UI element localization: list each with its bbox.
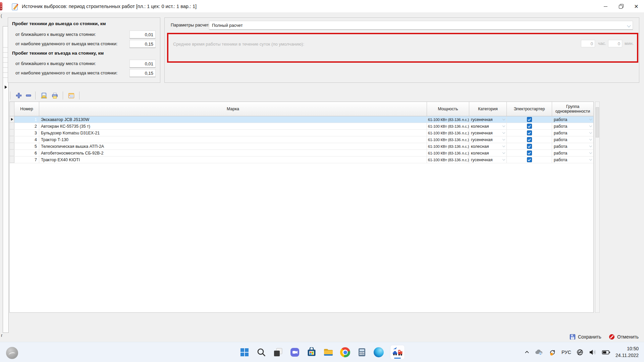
- cell-category-dropdown[interactable]: колесная: [469, 143, 507, 149]
- cell-starter-checkbox[interactable]: [507, 123, 552, 129]
- cell-group-dropdown[interactable]: работа: [552, 157, 593, 163]
- cell-starter-checkbox[interactable]: [507, 130, 552, 136]
- store-button[interactable]: [306, 347, 317, 358]
- cell-category-dropdown[interactable]: гусенечная: [469, 116, 507, 123]
- cell-brand[interactable]: Автобетоносмеситель СБ-92В-2: [39, 150, 427, 156]
- cell-power[interactable]: 61-100 КВт (83-136 л.с.): [427, 116, 469, 123]
- print-button[interactable]: [50, 91, 59, 100]
- header-power[interactable]: Мощность: [427, 102, 469, 116]
- chevron-down-icon: [589, 138, 592, 140]
- save-button[interactable]: Сохранить: [570, 333, 601, 341]
- sync-pending-icon[interactable]: [548, 349, 556, 356]
- checkbox-checked-icon[interactable]: [527, 137, 532, 142]
- table-row[interactable]: 2Автокран КС-55735 (35 т)61-100 КВт (83-…: [10, 123, 593, 130]
- language-indicator[interactable]: РУС: [561, 350, 571, 355]
- cancel-button[interactable]: Отменить: [609, 333, 639, 341]
- cell-power[interactable]: 61-100 КВт (83-136 л.с.): [427, 130, 469, 136]
- header-category[interactable]: Категория: [469, 102, 507, 116]
- add-row-button[interactable]: [14, 91, 23, 100]
- table-row[interactable]: 7Трактор EX40 KIOTI61-100 КВт (83-136 л.…: [10, 157, 593, 163]
- cell-category-dropdown[interactable]: гусенечная: [469, 157, 507, 163]
- edge-button[interactable]: [373, 347, 384, 358]
- table-row[interactable]: 3Бульдозер Komatsu D31EX-2161-100 КВт (8…: [10, 130, 593, 136]
- table-row[interactable]: 5Телескопическая вышка АТП-2А61-100 КВт …: [10, 143, 593, 150]
- cell-category-dropdown[interactable]: колесная: [469, 123, 507, 129]
- cell-brand[interactable]: Трактор Т-130: [39, 136, 427, 143]
- cell-brand[interactable]: Автокран КС-55735 (35 т): [39, 123, 427, 129]
- cell-group-dropdown[interactable]: работа: [552, 136, 593, 143]
- cell-starter-checkbox[interactable]: [507, 157, 552, 163]
- header-number[interactable]: Номер: [14, 102, 39, 116]
- checkbox-checked-icon[interactable]: [527, 144, 532, 149]
- header-group[interactable]: Группа одновременности: [552, 102, 593, 116]
- cell-category-dropdown[interactable]: колесная: [469, 150, 507, 156]
- onedrive-cloud-icon[interactable]: [535, 349, 543, 356]
- cell-power[interactable]: 61-100 КВт (83-136 л.с.): [427, 123, 469, 129]
- cell-starter-checkbox[interactable]: [507, 150, 552, 156]
- cell-brand[interactable]: Трактор EX40 KIOTI: [39, 157, 427, 163]
- cell-power[interactable]: 61-100 КВт (83-136 л.с.): [427, 136, 469, 143]
- mileage-out-near-field[interactable]: 0,01: [129, 31, 156, 39]
- table-vertical-scrollbar[interactable]: [595, 102, 600, 313]
- cell-brand[interactable]: Бульдозер Komatsu D31EX-21: [39, 130, 427, 136]
- checkbox-checked-icon[interactable]: [527, 124, 532, 129]
- cell-group-dropdown[interactable]: работа: [552, 143, 593, 149]
- chevron-down-icon: [627, 23, 631, 27]
- clock-time: 10:50: [615, 346, 639, 352]
- cell-group-dropdown[interactable]: работа: [552, 123, 593, 129]
- chat-button[interactable]: [289, 347, 300, 358]
- start-button[interactable]: [239, 347, 250, 358]
- taskbar-corner-app-icon[interactable]: [6, 347, 18, 359]
- header-brand[interactable]: Марка: [39, 102, 427, 116]
- table-row[interactable]: 4Трактор Т-13061-100 КВт (83-136 л.с.)гу…: [10, 136, 593, 143]
- cell-group-dropdown[interactable]: работа: [552, 150, 593, 156]
- checkbox-checked-icon[interactable]: [527, 157, 532, 162]
- checkbox-checked-icon[interactable]: [527, 130, 532, 135]
- calc-params-panel: Параметры расчета: Полный расчет Среднее…: [164, 17, 639, 83]
- scrollbar-thumb[interactable]: [596, 107, 599, 137]
- network-globe-icon[interactable]: [576, 349, 584, 356]
- cell-group-dropdown[interactable]: работа: [552, 116, 593, 123]
- checkbox-checked-icon[interactable]: [527, 117, 532, 122]
- close-button[interactable]: ✕: [629, 0, 644, 13]
- cell-starter-checkbox[interactable]: [507, 116, 552, 123]
- cell-power[interactable]: 61-100 КВт (83-136 л.с.): [427, 157, 469, 163]
- mileage-out-far-field[interactable]: 0,15: [129, 40, 156, 48]
- mileage-in-near-field[interactable]: 0,01: [129, 60, 156, 68]
- volume-icon[interactable]: [589, 349, 597, 356]
- table-row[interactable]: 1Экскаватор JCB JS130W61-100 КВт (83-136…: [10, 116, 593, 123]
- emissions-app-button-active[interactable]: [390, 345, 405, 360]
- cell-starter-checkbox[interactable]: [507, 136, 552, 143]
- hours-field[interactable]: 0: [581, 40, 595, 47]
- expand-panel-arrow-icon[interactable]: [5, 85, 7, 89]
- search-button[interactable]: [256, 347, 267, 358]
- chrome-button[interactable]: [340, 347, 351, 358]
- cell-category-dropdown[interactable]: гусенечная: [469, 136, 507, 143]
- calc-params-combobox[interactable]: Полный расчет: [209, 21, 633, 30]
- file-explorer-button[interactable]: [323, 347, 334, 358]
- header-starter[interactable]: Электростартер: [507, 102, 552, 116]
- restore-button[interactable]: [613, 0, 629, 13]
- table-row[interactable]: 6Автобетоносмеситель СБ-92В-261-100 КВт …: [10, 150, 593, 157]
- save-button-label: Сохранить: [578, 334, 601, 340]
- checkbox-checked-icon[interactable]: [527, 150, 532, 156]
- export-button[interactable]: [40, 91, 48, 100]
- cell-brand[interactable]: Телескопическая вышка АТП-2А: [39, 143, 427, 149]
- tray-chevron-up-icon[interactable]: [524, 350, 530, 355]
- cell-power[interactable]: 61-100 КВт (83-136 л.с.): [427, 150, 469, 156]
- cell-number: 5: [14, 143, 39, 149]
- cell-starter-checkbox[interactable]: [507, 143, 552, 149]
- taskbar-clock[interactable]: 10:50 24.11.2022: [615, 346, 639, 359]
- remove-row-button[interactable]: [24, 91, 33, 100]
- cell-group-dropdown[interactable]: работа: [552, 130, 593, 136]
- minutes-field[interactable]: 0: [608, 40, 622, 47]
- battery-icon[interactable]: [602, 350, 610, 355]
- calculator-button[interactable]: [357, 347, 367, 358]
- mileage-in-far-field[interactable]: 0,15: [129, 69, 156, 77]
- cell-power[interactable]: 61-100 КВт (83-136 л.с.): [427, 143, 469, 149]
- cell-category-dropdown[interactable]: гусенечная: [469, 130, 507, 136]
- schedule-button[interactable]: [67, 91, 75, 100]
- task-view-button[interactable]: [273, 347, 283, 358]
- minimize-button[interactable]: [598, 0, 613, 13]
- cell-brand[interactable]: Экскаватор JCB JS130W: [39, 116, 427, 123]
